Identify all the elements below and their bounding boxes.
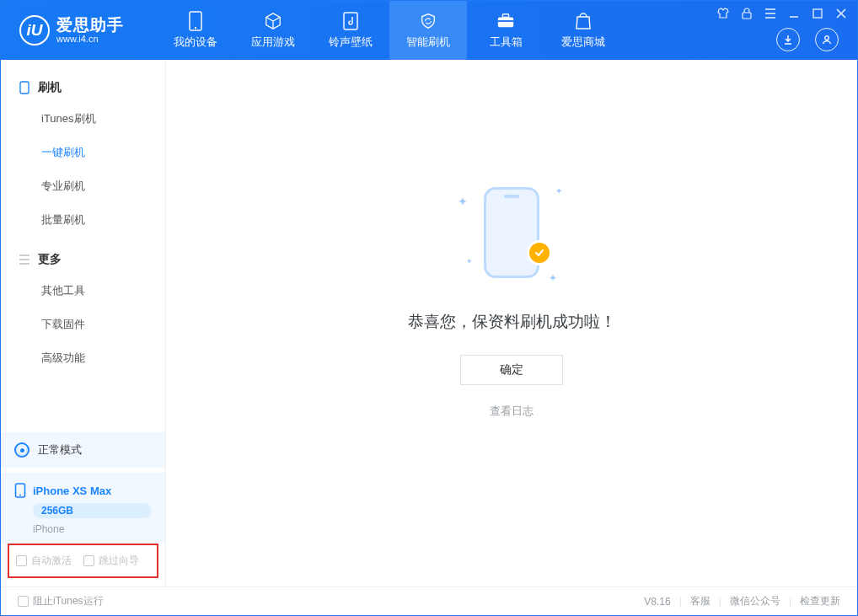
separator: | — [719, 596, 721, 608]
separator: | — [789, 596, 791, 608]
svg-point-11 — [19, 495, 21, 496]
ok-button[interactable]: 确定 — [460, 355, 563, 385]
refresh-shield-icon — [418, 11, 438, 31]
nav-tab-label: 我的设备 — [174, 35, 217, 50]
download-button[interactable] — [776, 28, 800, 51]
phone-blue-icon — [14, 483, 26, 498]
maximize-icon[interactable] — [810, 6, 825, 21]
close-icon[interactable] — [834, 6, 849, 21]
phone-small-icon — [18, 81, 31, 94]
svg-rect-5 — [498, 20, 513, 22]
nav-tab-label: 铃声壁纸 — [329, 35, 373, 50]
brand-logo-letter: iU — [27, 21, 43, 40]
phone-outline-icon — [484, 187, 539, 278]
sidebar: 刷机 iTunes刷机 一键刷机 专业刷机 批量刷机 更多 其他工具 下载固件 … — [1, 60, 166, 587]
sparkle-icon: ✦ — [555, 186, 562, 196]
success-title: 恭喜您，保资料刷机成功啦！ — [408, 311, 616, 333]
titlebar: iU 爱思助手 www.i4.cn 我的设备 应用游戏 — [1, 1, 857, 60]
bag-icon — [573, 11, 593, 31]
sidebar-section-flash: 刷机 — [1, 73, 165, 102]
brand-block: iU 爱思助手 www.i4.cn — [1, 1, 157, 60]
svg-rect-4 — [502, 14, 508, 18]
device-card[interactable]: iPhone XS Max 256GB iPhone — [1, 473, 165, 544]
sidebar-section-more: 更多 — [1, 245, 165, 274]
sparkle-icon: ✦ — [458, 195, 468, 208]
success-hero: ✦ ✦ ✦ ✦ 恭喜您，保资料刷机成功啦！ 确定 查看日志 — [408, 178, 616, 419]
sidebar-section-label: 刷机 — [38, 80, 62, 95]
link-wechat[interactable]: 微信公众号 — [730, 594, 780, 608]
device-platform: iPhone — [33, 523, 152, 535]
brand-url: www.i4.cn — [56, 35, 124, 44]
sidebar-options-highlight: 自动激活 跳过向导 — [8, 544, 158, 578]
brand-logo-icon: iU — [19, 15, 50, 46]
sidebar-cards: 正常模式 iPhone XS Max 256GB iPhone — [1, 432, 165, 544]
chk-skip-guide[interactable]: 跳过向导 — [83, 554, 139, 568]
svg-point-8 — [825, 36, 829, 40]
main-panel: ✦ ✦ ✦ ✦ 恭喜您，保资料刷机成功啦！ 确定 查看日志 — [166, 60, 857, 587]
checkbox-icon — [16, 555, 27, 566]
success-illustration: ✦ ✦ ✦ ✦ — [453, 178, 571, 287]
music-file-icon — [341, 11, 361, 31]
cube-icon — [263, 11, 283, 31]
chk-auto-activate[interactable]: 自动激活 — [16, 554, 72, 568]
checkbox-icon — [18, 596, 29, 607]
menu-icon[interactable] — [763, 6, 778, 21]
tshirt-icon[interactable] — [716, 6, 731, 21]
sparkle-icon: ✦ — [466, 257, 473, 265]
nav-tabs: 我的设备 应用游戏 铃声壁纸 智能刷机 — [157, 1, 622, 60]
sidebar-item-batch-flash[interactable]: 批量刷机 — [1, 203, 165, 237]
sparkle-icon: ✦ — [549, 272, 557, 284]
version-label: V8.16 — [644, 596, 670, 608]
link-kefu[interactable]: 客服 — [690, 594, 711, 608]
sidebar-item-other-tools[interactable]: 其他工具 — [1, 274, 165, 308]
sidebar-item-oneclick-flash[interactable]: 一键刷机 — [1, 136, 165, 169]
check-badge-icon — [527, 240, 552, 265]
nav-tab-label: 爱思商城 — [561, 35, 605, 50]
nav-tab-flash[interactable]: 智能刷机 — [389, 1, 467, 60]
svg-rect-3 — [498, 17, 513, 27]
svg-point-1 — [195, 27, 196, 29]
view-log-link[interactable]: 查看日志 — [490, 404, 534, 419]
mode-label: 正常模式 — [38, 442, 82, 458]
checkbox-icon — [83, 555, 94, 566]
titlebar-actions — [776, 28, 839, 51]
minimize-icon[interactable] — [786, 6, 802, 21]
chk-label: 自动激活 — [31, 554, 72, 568]
nav-tab-store[interactable]: 爱思商城 — [544, 1, 622, 60]
nav-tab-my-device[interactable]: 我的设备 — [157, 1, 234, 60]
sidebar-item-advanced[interactable]: 高级功能 — [1, 341, 165, 375]
device-storage-badge: 256GB — [33, 503, 152, 518]
brand-name: 爱思助手 — [56, 17, 124, 33]
link-check-update[interactable]: 检查更新 — [800, 594, 840, 608]
mode-status-icon — [14, 442, 29, 458]
separator: | — [679, 596, 682, 608]
chk-label: 阻止iTunes运行 — [33, 594, 104, 608]
chk-block-itunes[interactable]: 阻止iTunes运行 — [18, 594, 104, 608]
mode-card[interactable]: 正常模式 — [1, 432, 165, 468]
briefcase-icon — [496, 11, 516, 31]
statusbar: 阻止iTunes运行 V8.16 | 客服 | 微信公众号 | 检查更新 — [1, 587, 857, 615]
list-icon — [18, 253, 31, 266]
lock-icon[interactable] — [739, 6, 754, 21]
nav-tab-apps[interactable]: 应用游戏 — [234, 1, 312, 60]
svg-rect-9 — [20, 82, 29, 94]
svg-rect-6 — [743, 13, 751, 19]
sidebar-item-pro-flash[interactable]: 专业刷机 — [1, 169, 165, 203]
sidebar-section-label: 更多 — [38, 252, 62, 267]
nav-tab-ringtones[interactable]: 铃声壁纸 — [312, 1, 389, 60]
nav-tab-label: 工具箱 — [490, 35, 523, 50]
user-button[interactable] — [815, 28, 839, 51]
sidebar-item-download-firmware[interactable]: 下载固件 — [1, 308, 165, 341]
nav-tab-toolbox[interactable]: 工具箱 — [467, 1, 544, 60]
svg-rect-7 — [813, 9, 822, 18]
window-controls — [716, 6, 849, 21]
device-name: iPhone XS Max — [33, 485, 111, 497]
phone-icon — [185, 11, 206, 31]
nav-tab-label: 智能刷机 — [406, 35, 450, 50]
sidebar-item-itunes-flash[interactable]: iTunes刷机 — [1, 102, 165, 136]
nav-tab-label: 应用游戏 — [251, 35, 295, 50]
chk-label: 跳过向导 — [99, 554, 139, 568]
